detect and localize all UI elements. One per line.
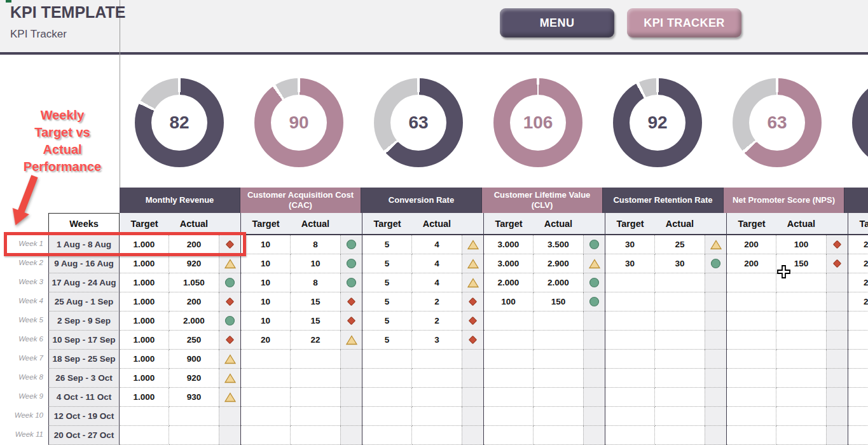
cell-actual[interactable]: 4 xyxy=(412,273,462,292)
cell-target[interactable] xyxy=(362,426,412,445)
cell-status[interactable] xyxy=(462,388,483,407)
cell-status[interactable] xyxy=(219,292,240,312)
cell-actual[interactable]: 920 xyxy=(169,254,219,273)
cell-target[interactable] xyxy=(848,369,868,388)
cell-actual[interactable] xyxy=(534,312,583,331)
cell-actual[interactable] xyxy=(534,407,583,426)
week-row-label[interactable]: Week 3 xyxy=(0,272,46,291)
cell-actual[interactable]: 4 xyxy=(412,235,462,254)
cell-target[interactable] xyxy=(727,292,776,312)
cell-status[interactable] xyxy=(705,292,726,312)
week-row-label[interactable]: Week 5 xyxy=(0,310,46,329)
cell-target[interactable]: 2 xyxy=(848,235,868,254)
cell-status[interactable] xyxy=(219,350,240,369)
cell-actual[interactable]: 920 xyxy=(169,369,219,388)
cell-status[interactable] xyxy=(826,350,848,369)
cell-target[interactable] xyxy=(241,388,291,407)
cell-target[interactable] xyxy=(241,407,291,426)
week-dates-cell[interactable]: 9 Aug - 16 Aug xyxy=(48,254,120,273)
week-dates-cell[interactable]: 26 Sep - 3 Oct xyxy=(48,369,120,388)
cell-actual[interactable] xyxy=(776,407,826,426)
target-header-cell[interactable]: Target xyxy=(241,213,291,234)
cell-status[interactable] xyxy=(583,388,605,407)
cell-target[interactable]: 30 xyxy=(605,235,655,254)
cell-actual[interactable] xyxy=(655,350,705,369)
week-row-label[interactable]: Week 8 xyxy=(0,367,46,387)
cell-target[interactable] xyxy=(484,312,534,331)
cell-target[interactable]: 30 xyxy=(605,254,655,273)
status-header-cell[interactable] xyxy=(219,213,240,234)
cell-actual[interactable]: 2 xyxy=(412,312,462,331)
cell-status[interactable] xyxy=(583,331,605,350)
cell-status[interactable] xyxy=(219,254,240,273)
cell-status[interactable] xyxy=(826,254,848,273)
cell-target[interactable] xyxy=(605,292,655,312)
cell-actual[interactable] xyxy=(776,350,826,369)
cell-target[interactable]: 3.000 xyxy=(484,254,534,273)
cell-target[interactable]: 1.000 xyxy=(120,331,169,350)
week-row-label[interactable]: Week 4 xyxy=(0,291,46,310)
cell-actual[interactable]: 900 xyxy=(169,350,219,369)
week-row-label[interactable]: Week 7 xyxy=(0,348,46,367)
cell-actual[interactable] xyxy=(655,292,705,312)
cell-status[interactable] xyxy=(705,331,726,350)
cell-status[interactable] xyxy=(462,331,483,350)
menu-button[interactable]: MENU xyxy=(500,8,614,38)
kpi-tracker-button[interactable]: KPI TRACKER xyxy=(627,8,741,38)
cell-status[interactable] xyxy=(340,407,362,426)
week-dates-cell[interactable]: 18 Sep - 25 Sep xyxy=(48,350,120,369)
cell-target[interactable]: 3.000 xyxy=(484,235,534,254)
group-header-2[interactable]: Customer Acquisition Cost (CAC) xyxy=(240,188,361,213)
cell-target[interactable] xyxy=(120,426,169,445)
cell-target[interactable] xyxy=(727,312,776,331)
group-header-7[interactable] xyxy=(844,188,868,213)
cell-target[interactable]: 2 xyxy=(848,273,868,292)
week-dates-cell[interactable]: 2 Sep - 9 Sep xyxy=(48,312,120,331)
cell-target[interactable]: 10 xyxy=(241,254,291,273)
cell-target[interactable] xyxy=(848,388,868,407)
cell-target[interactable] xyxy=(727,369,776,388)
cell-actual[interactable]: 250 xyxy=(169,331,219,350)
cell-target[interactable] xyxy=(484,426,534,445)
cell-status[interactable] xyxy=(826,369,848,388)
cell-target[interactable] xyxy=(727,388,776,407)
cell-status[interactable] xyxy=(583,254,605,273)
cell-actual[interactable]: 100 xyxy=(776,235,826,254)
cell-actual[interactable] xyxy=(534,369,583,388)
cell-actual[interactable] xyxy=(534,350,583,369)
cell-actual[interactable] xyxy=(291,369,340,388)
cell-actual[interactable] xyxy=(534,426,583,445)
cell-actual[interactable] xyxy=(776,292,826,312)
group-header-3[interactable]: Conversion Rate xyxy=(361,188,482,213)
cell-target[interactable]: 5 xyxy=(362,235,412,254)
week-row-label[interactable]: Week 6 xyxy=(0,329,46,348)
cell-status[interactable] xyxy=(705,273,726,292)
cell-target[interactable]: 1.000 xyxy=(120,388,169,407)
cell-target[interactable]: 5 xyxy=(362,312,412,331)
cell-actual[interactable] xyxy=(655,388,705,407)
cell-target[interactable] xyxy=(605,350,655,369)
cell-actual[interactable] xyxy=(655,273,705,292)
cell-target[interactable] xyxy=(605,273,655,292)
cell-target[interactable] xyxy=(605,369,655,388)
cell-target[interactable] xyxy=(484,350,534,369)
cell-target[interactable] xyxy=(605,426,655,445)
cell-target[interactable]: 1.000 xyxy=(120,254,169,273)
cell-target[interactable] xyxy=(605,407,655,426)
cell-actual[interactable] xyxy=(412,350,462,369)
cell-status[interactable] xyxy=(462,426,483,445)
cell-status[interactable] xyxy=(340,254,362,273)
cell-status[interactable] xyxy=(705,350,726,369)
cell-actual[interactable]: 2.900 xyxy=(534,254,583,273)
cell-target[interactable] xyxy=(484,407,534,426)
cell-target[interactable] xyxy=(484,369,534,388)
cell-actual[interactable] xyxy=(655,369,705,388)
cell-actual[interactable] xyxy=(534,331,583,350)
cell-actual[interactable]: 8 xyxy=(291,273,340,292)
cell-actual[interactable] xyxy=(776,331,826,350)
actual-header-cell[interactable]: Actual xyxy=(291,213,340,234)
cell-status[interactable] xyxy=(705,388,726,407)
cell-target[interactable] xyxy=(848,350,868,369)
group-header-4[interactable]: Customer Lifetime Value (CLV) xyxy=(482,188,603,213)
cell-actual[interactable] xyxy=(291,388,340,407)
